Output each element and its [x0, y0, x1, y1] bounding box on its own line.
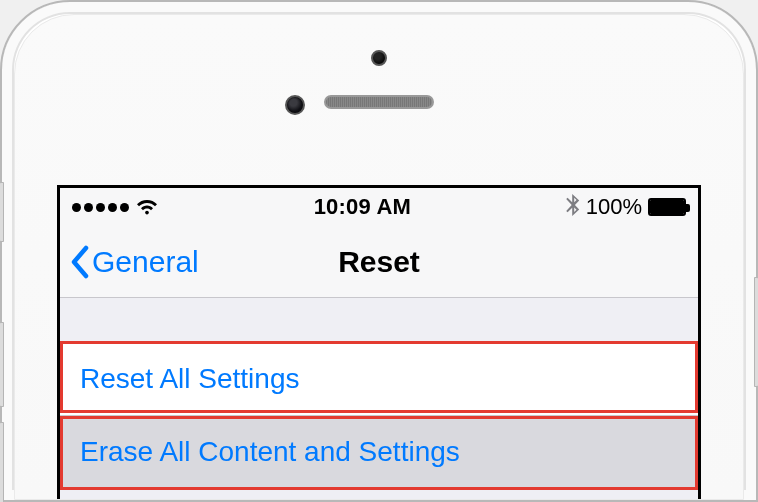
mute-switch — [0, 182, 4, 242]
bluetooth-icon — [566, 194, 580, 221]
cell-signal-icon — [72, 203, 129, 212]
nav-bar: General Reset — [60, 226, 698, 298]
chevron-left-icon — [70, 245, 90, 279]
annotation-highlight-2 — [60, 416, 698, 490]
annotation-highlight-1 — [60, 341, 698, 413]
volume-up-button — [0, 322, 4, 407]
wifi-icon — [135, 198, 159, 216]
front-camera — [285, 95, 305, 115]
screen: 10:09 AM 100% General Reset — [57, 185, 701, 499]
power-button — [754, 277, 758, 387]
back-button[interactable]: General — [70, 245, 199, 279]
back-label: General — [92, 245, 199, 279]
battery-percent: 100% — [586, 194, 642, 220]
status-time: 10:09 AM — [314, 194, 411, 220]
battery-icon — [648, 198, 686, 216]
status-bar: 10:09 AM 100% — [60, 188, 698, 226]
volume-down-button — [0, 422, 4, 502]
page-title: Reset — [338, 245, 420, 279]
phone-frame: 10:09 AM 100% General Reset — [0, 0, 758, 502]
earpiece-speaker — [324, 95, 434, 109]
phone-inner-frame: 10:09 AM 100% General Reset — [14, 14, 744, 500]
proximity-sensor — [371, 50, 387, 66]
